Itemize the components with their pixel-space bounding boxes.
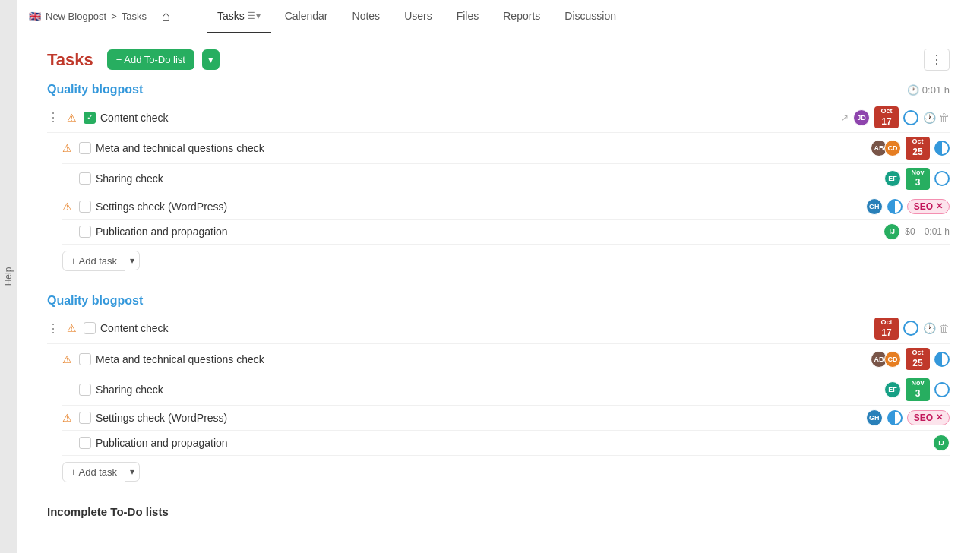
task-checkbox[interactable]	[79, 437, 91, 449]
task-row: ⋮⚠Content checkOct17🕐🗑	[47, 314, 950, 344]
nav-tab-notes[interactable]: Notes	[342, 0, 391, 33]
row-actions: 🕐🗑	[923, 112, 950, 124]
task-name[interactable]: Meta and technical questions check	[96, 353, 866, 365]
seo-tag: SEO✕	[907, 410, 950, 425]
add-task-button[interactable]: + Add task	[62, 462, 125, 482]
delete-icon[interactable]: 🗑	[939, 322, 950, 334]
main-content: Tasks + Add To-Do list ▾ ⋮ Quality blogp…	[17, 33, 980, 553]
status-circle[interactable]	[934, 171, 950, 186]
status-circle[interactable]	[934, 352, 950, 367]
task-list-2: ⋮⚠Content checkOct17🕐🗑⚠Meta and technica…	[47, 314, 950, 456]
avatar-group: ABCD	[871, 351, 901, 368]
status-circle[interactable]	[903, 110, 918, 125]
warning-icon: ⚠	[62, 142, 74, 154]
task-name[interactable]: Meta and technical questions check	[96, 142, 866, 154]
task-name[interactable]: Publication and propagation	[96, 226, 879, 238]
warning-icon: ⚠	[67, 322, 79, 334]
section-title-1[interactable]: Quality blogpost	[47, 83, 143, 96]
task-checkbox[interactable]	[84, 112, 96, 124]
task-checkbox[interactable]	[84, 322, 96, 334]
nav-tab-users[interactable]: Users	[394, 0, 443, 33]
task-row: Publication and propagationIJ$00:01 h	[62, 220, 950, 245]
task-checkbox[interactable]	[79, 353, 91, 365]
add-task-arrow-button[interactable]: ▾	[125, 462, 140, 482]
task-meta: $00:01 h	[905, 226, 950, 237]
clock-icon: 🕐	[907, 84, 919, 96]
date-badge[interactable]: Oct17	[874, 318, 899, 340]
help-sidebar: Help	[0, 0, 17, 553]
add-todo-button[interactable]: + Add To-Do list	[107, 49, 194, 70]
task-checkbox[interactable]	[79, 172, 91, 185]
task-name[interactable]: Sharing check	[96, 172, 880, 185]
delete-icon[interactable]: 🗑	[939, 112, 950, 124]
task-name[interactable]: Sharing check	[96, 384, 880, 396]
incomplete-heading: Incomplete To-Do lists	[47, 505, 950, 518]
warning-icon: ⚠	[62, 353, 74, 365]
avatar-group: IJ	[933, 434, 950, 451]
section-header-2: Quality blogpost	[47, 294, 950, 308]
task-name[interactable]: Content check	[100, 322, 870, 334]
task-row: ⚠Settings check (WordPress)GHSEO✕	[62, 194, 950, 220]
avatar: IJ	[933, 434, 950, 451]
more-options-button[interactable]: ⋮	[924, 49, 950, 71]
nav-tab-files[interactable]: Files	[446, 0, 490, 33]
task-name[interactable]: Publication and propagation	[96, 437, 928, 449]
status-circle[interactable]	[934, 382, 950, 397]
avatar-group: GH	[866, 198, 883, 215]
nav-tab-reports[interactable]: Reports	[492, 0, 551, 33]
home-icon[interactable]: ⌂	[162, 8, 170, 24]
date-badge[interactable]: Nov3	[906, 378, 930, 400]
warning-icon: ⚠	[67, 112, 79, 124]
status-circle[interactable]	[887, 410, 903, 425]
breadcrumb: 🇬🇧 New Blogpost > Tasks	[29, 11, 147, 22]
warning-icon: ⚠	[62, 412, 74, 424]
nav-tab-tasks[interactable]: Tasks ☰▾	[207, 0, 271, 33]
status-circle[interactable]	[887, 199, 903, 214]
task-name[interactable]: Settings check (WordPress)	[96, 412, 861, 424]
date-badge[interactable]: Oct25	[906, 137, 930, 159]
status-circle[interactable]	[903, 321, 918, 336]
section-title-2[interactable]: Quality blogpost	[47, 294, 143, 308]
date-badge[interactable]: Nov3	[906, 168, 930, 190]
status-circle[interactable]	[934, 141, 950, 156]
seo-label: SEO	[914, 201, 933, 212]
seo-remove-button[interactable]: ✕	[936, 412, 943, 422]
add-task-group-2: + Add task ▾	[62, 462, 950, 482]
task-row: Sharing checkEFNov3	[62, 374, 950, 405]
warning-icon: ⚠	[62, 201, 74, 213]
add-task-arrow-button[interactable]: ▾	[125, 251, 140, 270]
avatar: CD	[884, 351, 901, 368]
task-checkbox[interactable]	[79, 201, 91, 213]
task-checkbox[interactable]	[79, 384, 91, 396]
avatar-group: JD	[853, 109, 870, 126]
date-badge[interactable]: Oct17	[874, 106, 899, 128]
avatar: JD	[853, 109, 870, 126]
flag-icon: 🇬🇧	[29, 11, 41, 22]
nav-tab-discussion[interactable]: Discussion	[554, 0, 627, 33]
top-nav: 🇬🇧 New Blogpost > Tasks ⌂ Tasks ☰▾Calend…	[17, 0, 980, 33]
task-checkbox[interactable]	[79, 142, 91, 154]
date-badge[interactable]: Oct25	[906, 348, 930, 370]
seo-remove-button[interactable]: ✕	[936, 201, 943, 211]
breadcrumb-page: Tasks	[122, 11, 147, 22]
task-row: ⋮⚠Content check↗JDOct17🕐🗑	[47, 103, 950, 133]
drag-handle-icon[interactable]: ⋮	[47, 321, 59, 336]
add-task-button[interactable]: + Add task	[62, 251, 125, 271]
drag-handle-icon[interactable]: ⋮	[47, 110, 59, 125]
seo-tag: SEO✕	[907, 199, 950, 214]
section-1: Quality blogpost🕐 0:01 h⋮⚠Content check↗…	[47, 83, 950, 271]
external-link-icon[interactable]: ↗	[841, 112, 849, 123]
project-name[interactable]: New Blogpost	[46, 11, 106, 22]
nav-tab-calendar[interactable]: Calendar	[274, 0, 339, 33]
avatar: GH	[866, 198, 883, 215]
clock-icon[interactable]: 🕐	[923, 322, 936, 334]
clock-icon[interactable]: 🕐	[923, 112, 936, 124]
task-name[interactable]: Settings check (WordPress)	[96, 201, 861, 213]
task-checkbox[interactable]	[79, 412, 91, 424]
task-name[interactable]: Content check	[100, 112, 836, 124]
add-todo-arrow-button[interactable]: ▾	[202, 49, 220, 70]
task-checkbox[interactable]	[79, 226, 91, 238]
tasks-title: Tasks	[47, 50, 93, 70]
task-row: ⚠Settings check (WordPress)GHSEO✕	[62, 406, 950, 431]
avatar: EF	[884, 381, 901, 398]
